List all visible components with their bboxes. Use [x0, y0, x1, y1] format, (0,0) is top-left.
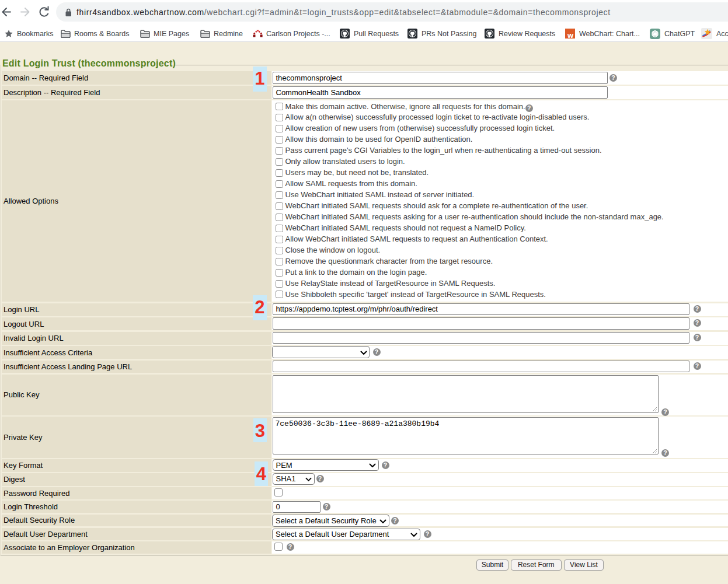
- svg-text:w: w: [567, 31, 574, 39]
